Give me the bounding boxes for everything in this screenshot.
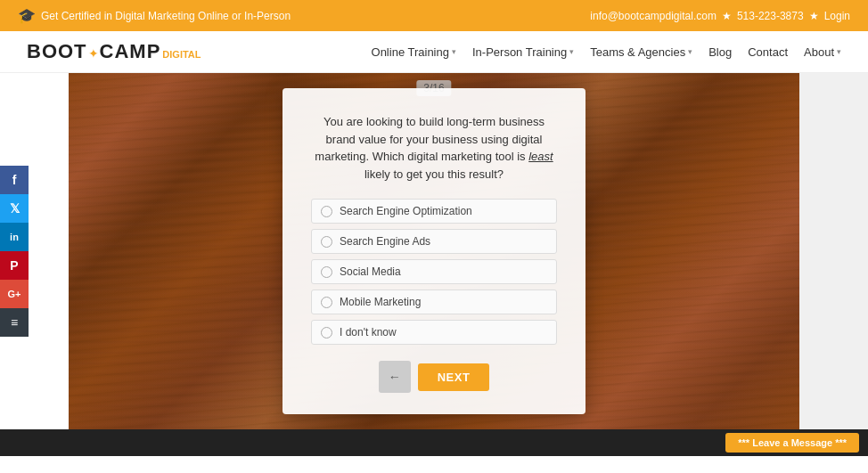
nav-online-training[interactable]: Online Training ▾ bbox=[372, 45, 456, 59]
right-side bbox=[799, 73, 868, 429]
twitter-button[interactable]: 𝕏 bbox=[0, 194, 29, 223]
logo-digital: DIGITAL bbox=[162, 49, 201, 60]
option-mobile[interactable]: Mobile Marketing bbox=[311, 290, 557, 314]
nav-inperson-training[interactable]: In-Person Training ▾ bbox=[472, 45, 574, 59]
option-sea[interactable]: Search Engine Ads bbox=[311, 229, 557, 254]
nav-contact-label: Contact bbox=[748, 45, 788, 59]
login-link[interactable]: Login bbox=[824, 10, 850, 22]
option-seo-label: Search Engine Optimization bbox=[340, 205, 472, 217]
mortarboard-icon: 🎓 bbox=[18, 7, 36, 24]
radio-sea[interactable] bbox=[321, 236, 332, 248]
pinterest-button[interactable]: P bbox=[0, 251, 29, 280]
radio-seo[interactable] bbox=[321, 206, 332, 217]
chevron-down-icon-3: ▾ bbox=[688, 47, 692, 56]
navigation: Online Training ▾ In-Person Training ▾ T… bbox=[372, 45, 841, 59]
social-sidebar: f 𝕏 in P G+ ≡ bbox=[0, 166, 29, 337]
option-dont-know-label: I don't know bbox=[340, 326, 397, 338]
option-seo[interactable]: Search Engine Optimization bbox=[311, 199, 557, 224]
next-button[interactable]: NEXT bbox=[418, 363, 490, 391]
buffer-button[interactable]: ≡ bbox=[0, 308, 29, 337]
leave-message-button[interactable]: *** Leave a Message *** bbox=[725, 433, 859, 453]
logo[interactable]: BOOT ✦ CAMP DIGITAL bbox=[27, 40, 201, 63]
left-side: f 𝕏 in P G+ ≡ bbox=[0, 73, 69, 429]
quiz-buttons: ← NEXT bbox=[311, 361, 557, 393]
star-icon: ★ bbox=[722, 10, 732, 22]
bottom-bar: *** Leave a Message *** bbox=[0, 429, 868, 456]
radio-dont-know[interactable] bbox=[321, 327, 332, 338]
logo-star: ✦ bbox=[88, 46, 99, 61]
logo-boot: BOOT bbox=[27, 40, 87, 63]
radio-mobile[interactable] bbox=[321, 297, 332, 308]
linkedin-button[interactable]: in bbox=[0, 223, 29, 251]
option-mobile-label: Mobile Marketing bbox=[340, 296, 421, 308]
nav-blog-label: Blog bbox=[708, 45, 732, 59]
quiz-question: You are looking to build long-term busin… bbox=[311, 113, 557, 183]
logo-camp: CAMP bbox=[100, 40, 161, 63]
quiz-card: You are looking to build long-term busin… bbox=[283, 88, 585, 414]
nav-about[interactable]: About ▾ bbox=[804, 45, 841, 59]
email-text: info@bootcampdigital.com bbox=[590, 10, 717, 22]
facebook-button[interactable]: f bbox=[0, 166, 29, 194]
chevron-down-icon-2: ▾ bbox=[569, 47, 574, 56]
option-social-media[interactable]: Social Media bbox=[311, 259, 557, 284]
chevron-down-icon-4: ▾ bbox=[837, 47, 841, 56]
top-bar-left: 🎓 Get Certified in Digital Marketing Onl… bbox=[18, 7, 291, 24]
back-button[interactable]: ← bbox=[379, 361, 411, 393]
nav-teams-label: Teams & Agencies bbox=[590, 45, 685, 59]
phone-text: 513-223-3873 bbox=[737, 10, 804, 22]
header: BOOT ✦ CAMP DIGITAL Online Training ▾ In… bbox=[0, 31, 868, 73]
nav-about-label: About bbox=[804, 45, 834, 59]
radio-social-media[interactable] bbox=[321, 266, 332, 278]
nav-online-training-label: Online Training bbox=[372, 45, 449, 59]
content-wrapper: f 𝕏 in P G+ ≡ 3/16 You are looking to bu… bbox=[0, 73, 868, 429]
option-dont-know[interactable]: I don't know bbox=[311, 320, 557, 345]
wood-background: 3/16 You are looking to build long-term … bbox=[69, 73, 799, 429]
nav-contact[interactable]: Contact bbox=[748, 45, 788, 59]
top-bar-right: info@bootcampdigital.com ★ 513-223-3873 … bbox=[590, 10, 850, 22]
star-icon-2: ★ bbox=[809, 10, 819, 22]
option-social-media-label: Social Media bbox=[340, 265, 401, 278]
top-bar-promo-text: Get Certified in Digital Marketing Onlin… bbox=[41, 10, 291, 22]
chevron-down-icon: ▾ bbox=[452, 47, 456, 56]
nav-inperson-label: In-Person Training bbox=[472, 45, 567, 59]
nav-teams[interactable]: Teams & Agencies ▾ bbox=[590, 45, 692, 59]
option-sea-label: Search Engine Ads bbox=[340, 235, 430, 248]
googleplus-button[interactable]: G+ bbox=[0, 280, 29, 308]
top-bar: 🎓 Get Certified in Digital Marketing Onl… bbox=[0, 0, 868, 31]
nav-blog[interactable]: Blog bbox=[708, 45, 732, 59]
